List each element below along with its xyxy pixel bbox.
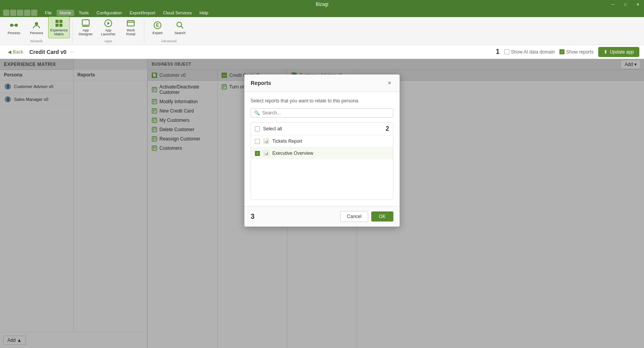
quick-icon-4[interactable] — [24, 10, 30, 16]
svg-point-0 — [10, 24, 13, 27]
update-app-icon: ⬆ — [604, 49, 608, 55]
work-portal-label: Work Portal — [122, 29, 140, 36]
wizards-group-label: Wizards — [3, 39, 70, 43]
ok-button[interactable]: OK — [371, 211, 393, 222]
persona-button[interactable]: Persona — [26, 17, 47, 38]
show-ai-label: Show AI data domain — [504, 49, 555, 55]
back-label: Back — [13, 49, 23, 55]
menu-export-import[interactable]: Export/Import — [126, 10, 158, 16]
modal-title: Reports — [251, 80, 271, 86]
quick-icon-3[interactable] — [17, 10, 23, 16]
apps-group-label: Apps — [75, 39, 142, 43]
apps-group: App Designer App Launcher — [75, 17, 142, 43]
more-options-button[interactable]: ⋯ — [69, 49, 74, 55]
app-designer-label: App Designer — [77, 29, 95, 36]
persona-label: Persona — [30, 31, 43, 35]
show-ai-checkbox[interactable] — [504, 49, 509, 54]
experience-matrix-icon — [54, 19, 64, 28]
app-launcher-label: App Launcher — [99, 29, 117, 36]
titlebar-title: Bizagi — [316, 2, 329, 7]
svg-point-1 — [15, 24, 18, 27]
executive-overview-item[interactable]: ✓ 📊 Executive Overview — [251, 147, 393, 159]
step-2-indicator: 2 — [386, 125, 389, 132]
quick-icon-1[interactable] — [3, 10, 9, 16]
menu-cloud-services[interactable]: Cloud Services — [160, 10, 195, 16]
modal-description: Select reports that you want to relate t… — [251, 98, 393, 104]
expert-label: Expert — [152, 31, 163, 35]
footer-step-indicator: 3 — [251, 213, 254, 221]
update-app-button[interactable]: ⬆ Update app — [598, 47, 639, 57]
svg-rect-5 — [59, 20, 62, 23]
maximize-button[interactable]: □ — [619, 0, 632, 9]
main-content: EXPERIENCE MATRIX Persona 👤 Customer Adv… — [0, 59, 644, 348]
menu-help[interactable]: Help — [196, 10, 211, 16]
svg-rect-7 — [59, 24, 62, 27]
work-portal-icon — [125, 19, 136, 28]
persona-icon — [31, 20, 42, 31]
search-icon: 🔍 — [254, 110, 260, 116]
back-button[interactable]: ◀ Back — [5, 48, 26, 56]
close-button[interactable]: ✕ — [632, 0, 644, 9]
app-designer-icon — [80, 19, 91, 28]
svg-point-3 — [35, 22, 38, 25]
search-box: 🔍 — [251, 108, 393, 118]
tickets-report-icon: 📊 — [263, 138, 269, 144]
quick-icon-5[interactable] — [31, 10, 37, 16]
expert-icon: E — [152, 20, 163, 31]
titlebar-controls: ─ □ ✕ — [607, 0, 644, 9]
cancel-button[interactable]: Cancel — [340, 211, 368, 222]
svg-line-17 — [181, 26, 183, 28]
show-reports-checkbox[interactable]: ✓ — [559, 49, 564, 54]
experience-matrix-button[interactable]: ExperienceMatrix — [48, 17, 70, 38]
advanced-group: E Expert Search Advanced — [147, 17, 191, 43]
reports-modal: Reports ✕ Select reports that you want t… — [244, 74, 400, 227]
process-icon — [9, 20, 19, 31]
menu-configuration[interactable]: Configuration — [93, 10, 125, 16]
breadcrumb-bar: ◀ Back Credit Card v0 ⋯ 1 Show AI data d… — [0, 45, 644, 59]
show-reports-label: ✓ Show reports — [559, 49, 594, 55]
select-all-item[interactable]: Select all 2 — [251, 123, 393, 135]
separator-2 — [144, 20, 144, 43]
titlebar: Bizagi ─ □ ✕ — [0, 0, 644, 9]
app-launcher-icon — [103, 19, 114, 28]
menu-home[interactable]: Home — [57, 10, 74, 16]
modal-footer: 3 Cancel OK — [244, 206, 400, 227]
wizards-group: Process Persona — [3, 17, 70, 43]
search-icon — [175, 20, 185, 31]
modal-header: Reports ✕ — [244, 74, 400, 92]
select-all-checkbox[interactable] — [255, 126, 260, 132]
menu-file[interactable]: File — [42, 10, 55, 16]
quick-icon-2[interactable] — [10, 10, 16, 16]
svg-rect-6 — [55, 24, 59, 27]
breadcrumb-actions: 1 Show AI data domain ✓ Show reports ⬆ U… — [496, 47, 639, 57]
advanced-group-label: Advanced — [147, 39, 191, 43]
svg-text:E: E — [156, 23, 159, 28]
app-launcher-button[interactable]: App Launcher — [97, 17, 119, 38]
tickets-report-item[interactable]: 📊 Tickets Report — [251, 135, 393, 147]
executive-overview-label: Executive Overview — [272, 151, 313, 156]
work-portal-button[interactable]: Work Portal — [120, 17, 142, 38]
modal-close-button[interactable]: ✕ — [386, 79, 393, 87]
svg-rect-4 — [55, 20, 59, 23]
process-button[interactable]: Process — [3, 17, 25, 38]
tickets-report-checkbox[interactable] — [255, 139, 260, 144]
process-label: Process — [8, 31, 21, 35]
reports-search-input[interactable] — [262, 110, 390, 116]
executive-overview-icon: 📊 — [263, 150, 269, 156]
search-button[interactable]: Search — [169, 17, 191, 38]
expert-button[interactable]: E Expert — [147, 17, 168, 38]
back-arrow-icon: ◀ — [8, 49, 11, 55]
svg-rect-12 — [127, 21, 134, 26]
app-designer-button[interactable]: App Designer — [75, 17, 97, 38]
experience-matrix-label: ExperienceMatrix — [50, 29, 68, 36]
select-all-label: Select all — [263, 126, 282, 132]
tickets-report-label: Tickets Report — [272, 139, 302, 144]
minimize-button[interactable]: ─ — [607, 0, 619, 9]
report-list: Select all 2 📊 Tickets Report ✓ 📊 Execut… — [251, 122, 393, 200]
separator-1 — [72, 20, 73, 43]
modal-overlay: Reports ✕ Select reports that you want t… — [0, 59, 644, 348]
executive-overview-checkbox[interactable]: ✓ — [255, 151, 260, 156]
menu-tools[interactable]: Tools — [76, 10, 92, 16]
step-indicator: 1 — [496, 48, 500, 56]
modal-body: Select reports that you want to relate t… — [244, 92, 400, 206]
